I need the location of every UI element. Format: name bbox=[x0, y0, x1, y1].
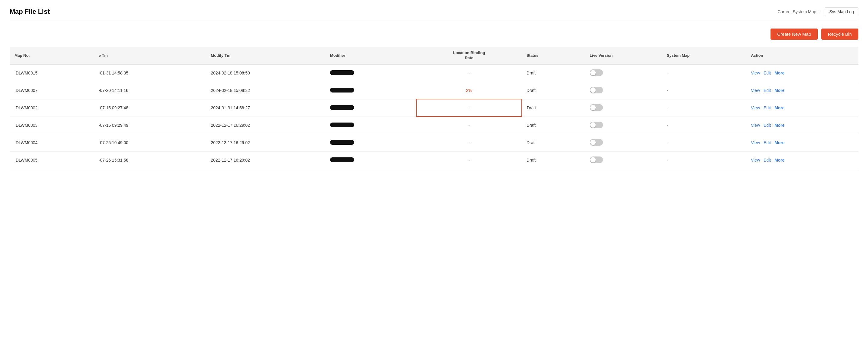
table-row: IDLWM0007-07-20 14:11:162024-02-18 15:08… bbox=[10, 82, 858, 99]
recycle-bin-button[interactable]: Recycle Bin bbox=[822, 29, 858, 40]
cell-binding-rate: - bbox=[416, 134, 522, 151]
cell-liveversion[interactable] bbox=[585, 64, 662, 82]
cell-liveversion[interactable] bbox=[585, 134, 662, 151]
action-group: ViewEditMore bbox=[751, 71, 854, 75]
cell-modifier bbox=[325, 116, 416, 134]
action-more-link[interactable]: More bbox=[774, 158, 784, 163]
toggle-switch[interactable] bbox=[590, 121, 603, 128]
toggle-switch[interactable] bbox=[590, 156, 603, 163]
cell-modifytm: 2022-12-17 16:29:02 bbox=[206, 116, 325, 134]
table-row: IDLWM0005-07-26 15:31:582022-12-17 16:29… bbox=[10, 151, 858, 169]
modifier-redacted bbox=[330, 88, 354, 93]
modifier-redacted bbox=[330, 70, 354, 75]
action-view-link[interactable]: View bbox=[751, 105, 760, 110]
cell-modifytm: 2024-02-18 15:08:50 bbox=[206, 64, 325, 82]
cell-systemmap: - bbox=[662, 82, 746, 99]
cell-modifier bbox=[325, 151, 416, 169]
cell-createtm: -01-31 14:58:35 bbox=[94, 64, 206, 82]
action-more-link[interactable]: More bbox=[774, 88, 784, 93]
table-row: IDLWM0003-07-15 09:29:492022-12-17 16:29… bbox=[10, 116, 858, 134]
cell-createtm: -07-25 10:49:00 bbox=[94, 134, 206, 151]
action-view-link[interactable]: View bbox=[751, 88, 760, 93]
col-header-modifytm: Modify Tm bbox=[206, 47, 325, 64]
cell-modifier bbox=[325, 82, 416, 99]
cell-binding-rate: 2% bbox=[416, 82, 522, 99]
cell-status: Draft bbox=[522, 134, 585, 151]
cell-binding-rate: - bbox=[416, 116, 522, 134]
toggle-thumb bbox=[590, 122, 596, 128]
col-header-modifier: Modifier bbox=[325, 47, 416, 64]
cell-status: Draft bbox=[522, 64, 585, 82]
cell-liveversion[interactable] bbox=[585, 82, 662, 99]
action-edit-link[interactable]: Edit bbox=[764, 71, 771, 75]
action-view-link[interactable]: View bbox=[751, 123, 760, 128]
cell-binding-rate: - bbox=[416, 64, 522, 82]
action-group: ViewEditMore bbox=[751, 88, 854, 93]
sys-map-log-button[interactable]: Sys Map Log bbox=[825, 7, 858, 16]
cell-systemmap: - bbox=[662, 151, 746, 169]
table-row: IDLWM0015-01-31 14:58:352024-02-18 15:08… bbox=[10, 64, 858, 82]
action-more-link[interactable]: More bbox=[774, 140, 784, 145]
action-edit-link[interactable]: Edit bbox=[764, 158, 771, 163]
cell-status: Draft bbox=[522, 82, 585, 99]
col-header-action: Action bbox=[746, 47, 858, 64]
cell-status: Draft bbox=[522, 99, 585, 116]
modifier-redacted bbox=[330, 105, 354, 110]
col-header-mapno: Map No. bbox=[10, 47, 94, 64]
cell-status: Draft bbox=[522, 151, 585, 169]
action-view-link[interactable]: View bbox=[751, 158, 760, 163]
col-header-binding: Location BindingRate bbox=[416, 47, 522, 64]
cell-createtm: -07-15 09:29:49 bbox=[94, 116, 206, 134]
modifier-redacted bbox=[330, 157, 354, 162]
map-file-table: Map No. e Tm Modify Tm Modifier Location… bbox=[10, 47, 858, 169]
action-group: ViewEditMore bbox=[751, 158, 854, 163]
toggle-switch[interactable] bbox=[590, 69, 603, 76]
table-row: IDLWM0004-07-25 10:49:002022-12-17 16:29… bbox=[10, 134, 858, 151]
cell-binding-rate: - bbox=[416, 151, 522, 169]
cell-systemmap: - bbox=[662, 64, 746, 82]
cell-mapno: IDLWM0002 bbox=[10, 99, 94, 116]
cell-systemmap: - bbox=[662, 99, 746, 116]
cell-liveversion[interactable] bbox=[585, 116, 662, 134]
cell-createtm: -07-15 09:27:48 bbox=[94, 99, 206, 116]
action-group: ViewEditMore bbox=[751, 105, 854, 110]
toggle-switch[interactable] bbox=[590, 87, 603, 94]
action-more-link[interactable]: More bbox=[774, 105, 784, 110]
modifier-redacted bbox=[330, 140, 354, 145]
cell-modifier bbox=[325, 64, 416, 82]
toggle-switch[interactable] bbox=[590, 104, 603, 111]
cell-modifytm: 2022-12-17 16:29:02 bbox=[206, 134, 325, 151]
action-edit-link[interactable]: Edit bbox=[764, 105, 771, 110]
toggle-switch[interactable] bbox=[590, 139, 603, 146]
toggle-thumb bbox=[590, 70, 596, 75]
cell-mapno: IDLWM0005 bbox=[10, 151, 94, 169]
toggle-thumb bbox=[590, 157, 596, 163]
cell-mapno: IDLWM0015 bbox=[10, 64, 94, 82]
action-view-link[interactable]: View bbox=[751, 140, 760, 145]
cell-modifytm: 2024-02-18 15:08:32 bbox=[206, 82, 325, 99]
action-edit-link[interactable]: Edit bbox=[764, 88, 771, 93]
action-edit-link[interactable]: Edit bbox=[764, 123, 771, 128]
col-header-systemmap: System Map bbox=[662, 47, 746, 64]
action-edit-link[interactable]: Edit bbox=[764, 140, 771, 145]
cell-modifier bbox=[325, 99, 416, 116]
col-header-createtm: e Tm bbox=[94, 47, 206, 64]
action-view-link[interactable]: View bbox=[751, 71, 760, 75]
create-new-map-button[interactable]: Create New Map bbox=[771, 29, 818, 40]
action-more-link[interactable]: More bbox=[774, 123, 784, 128]
cell-status: Draft bbox=[522, 116, 585, 134]
cell-action: ViewEditMore bbox=[746, 134, 858, 151]
current-system-map-label: Current System Map: - bbox=[777, 9, 820, 14]
action-group: ViewEditMore bbox=[751, 140, 854, 145]
cell-liveversion[interactable] bbox=[585, 99, 662, 116]
cell-mapno: IDLWM0004 bbox=[10, 134, 94, 151]
cell-modifytm: 2022-12-17 16:29:02 bbox=[206, 151, 325, 169]
toggle-thumb bbox=[590, 140, 596, 145]
cell-liveversion[interactable] bbox=[585, 151, 662, 169]
cell-mapno: IDLWM0007 bbox=[10, 82, 94, 99]
action-more-link[interactable]: More bbox=[774, 71, 784, 75]
modifier-redacted bbox=[330, 122, 354, 127]
cell-action: ViewEditMore bbox=[746, 64, 858, 82]
cell-mapno: IDLWM0003 bbox=[10, 116, 94, 134]
cell-action: ViewEditMore bbox=[746, 116, 858, 134]
